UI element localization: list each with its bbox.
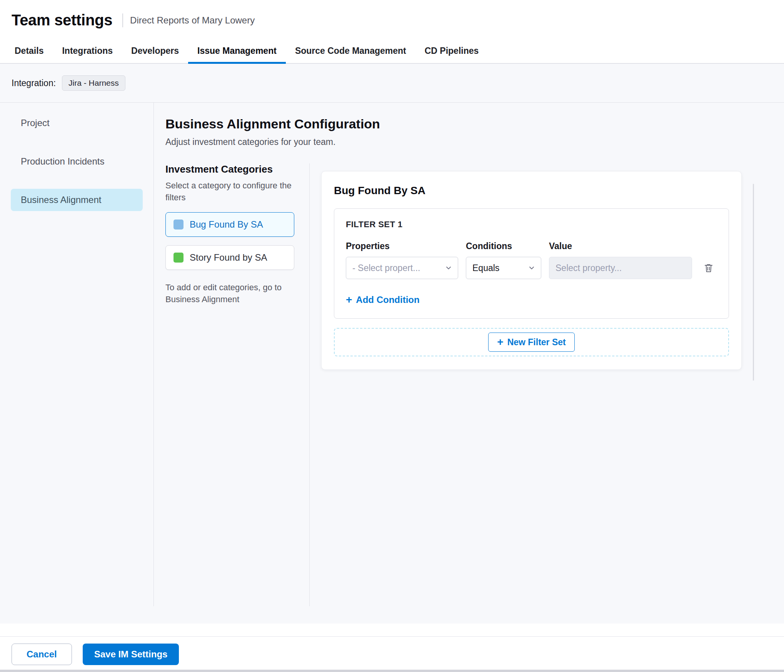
category-label: Bug Found By SA <box>190 219 263 230</box>
footer-bar: Cancel Save IM Settings <box>0 636 784 672</box>
tab-issue-management[interactable]: Issue Management <box>188 39 286 64</box>
category-color-swatch <box>173 253 183 263</box>
settings-sidebar: Project Production Incidents Business Al… <box>0 103 154 606</box>
conditions-select[interactable]: Equals <box>466 257 541 279</box>
page-subtitle: Direct Reports of Mary Lowery <box>130 15 255 26</box>
filter-set-box: FILTER SET 1 Properties Conditions Value… <box>334 208 729 319</box>
plus-icon: + <box>497 337 503 348</box>
tab-source-code-management[interactable]: Source Code Management <box>286 39 415 64</box>
category-color-swatch <box>173 220 183 230</box>
trash-icon <box>703 263 714 273</box>
filter-set-title: FILTER SET 1 <box>346 220 717 230</box>
config-card-title: Bug Found By SA <box>334 185 729 197</box>
category-story-found-by-sa[interactable]: Story Found by SA <box>165 245 294 270</box>
categories-title: Investment Categories <box>165 163 299 175</box>
content-area: Project Production Incidents Business Al… <box>0 103 784 624</box>
categories-note: To add or edit categories, go to Busines… <box>165 281 292 306</box>
category-config-card: Bug Found By SA FILTER SET 1 Properties … <box>321 171 742 370</box>
properties-select-placeholder: - Select propert... <box>352 263 420 273</box>
section-subtitle: Adjust investment categories for your te… <box>165 137 784 147</box>
add-condition-button[interactable]: + Add Condition <box>346 294 420 305</box>
properties-column-label: Properties <box>346 241 458 251</box>
filter-configuration-area: Bug Found By SA FILTER SET 1 Properties … <box>310 163 784 606</box>
tab-integrations[interactable]: Integrations <box>53 39 122 64</box>
plus-icon: + <box>346 294 352 305</box>
tab-developers[interactable]: Developers <box>122 39 188 64</box>
integration-label: Integration: <box>12 78 56 88</box>
value-input[interactable] <box>549 257 692 279</box>
section-title: Business Alignment Configuration <box>165 116 784 131</box>
main-panel: Business Alignment Configuration Adjust … <box>154 103 784 606</box>
investment-categories-column: Investment Categories Select a category … <box>165 163 310 606</box>
properties-select[interactable]: - Select propert... <box>346 257 458 279</box>
title-divider <box>122 13 123 27</box>
new-filter-set-button[interactable]: + New Filter Set <box>488 333 574 352</box>
sidebar-item-business-alignment[interactable]: Business Alignment <box>11 189 143 211</box>
conditions-select-value: Equals <box>472 263 499 273</box>
integration-badge: Jira - Harness <box>62 75 125 91</box>
conditions-column-label: Conditions <box>466 241 541 251</box>
integration-row: Integration: Jira - Harness <box>0 64 784 103</box>
chevron-down-icon <box>528 264 535 272</box>
sidebar-item-production-incidents[interactable]: Production Incidents <box>11 150 143 173</box>
save-im-settings-button[interactable]: Save IM Settings <box>83 644 179 665</box>
tab-cd-pipelines[interactable]: CD Pipelines <box>415 39 488 64</box>
page-header: Team settings Direct Reports of Mary Low… <box>0 0 784 29</box>
category-bug-found-by-sa[interactable]: Bug Found By SA <box>165 212 294 237</box>
cancel-button[interactable]: Cancel <box>12 644 72 665</box>
tab-bar: Details Integrations Developers Issue Ma… <box>0 39 784 64</box>
delete-condition-button[interactable] <box>700 259 717 277</box>
new-filter-set-label: New Filter Set <box>507 337 566 348</box>
new-filter-set-dropzone: + New Filter Set <box>334 328 729 356</box>
category-label: Story Found by SA <box>190 252 267 263</box>
value-column-label: Value <box>549 241 692 251</box>
add-condition-label: Add Condition <box>356 294 419 305</box>
window-edge <box>0 670 784 672</box>
chevron-down-icon <box>445 264 452 272</box>
categories-description: Select a category to configure the filte… <box>165 180 296 204</box>
page-title: Team settings <box>12 12 112 29</box>
sidebar-item-project[interactable]: Project <box>11 112 143 134</box>
tab-details[interactable]: Details <box>5 39 53 64</box>
scrollbar[interactable] <box>753 184 754 381</box>
